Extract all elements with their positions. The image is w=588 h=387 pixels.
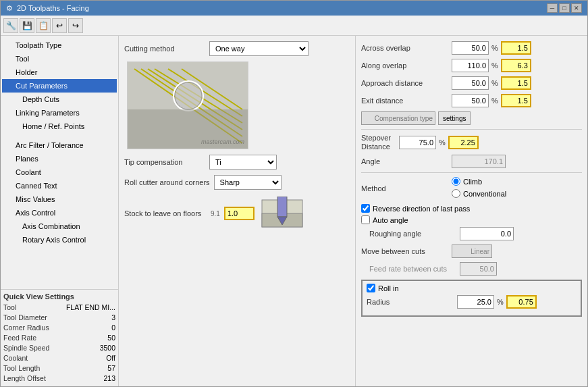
radius-val-input[interactable]	[506, 295, 537, 309]
along-overlap-pct-input[interactable]	[452, 59, 489, 72]
svg-rect-12	[277, 197, 287, 217]
climb-radio-row: Climb	[452, 177, 506, 186]
tree-item-tool[interactable]: Tool	[2, 52, 117, 66]
along-overlap-pct-sign: %	[491, 61, 498, 70]
stock-icon	[259, 197, 306, 230]
angle-input	[452, 155, 506, 168]
tool-button-3[interactable]: 📋	[36, 18, 51, 33]
along-overlap-val-input[interactable]	[501, 59, 531, 72]
tree-item-misc-values[interactable]: Misc Values	[2, 192, 117, 206]
tree-item-cut-parameters[interactable]: Cut Parameters	[2, 79, 117, 93]
window-icon: ⚙	[6, 4, 13, 13]
tool-icon-1: 🔧	[6, 21, 16, 30]
across-overlap-val-input[interactable]	[501, 41, 531, 55]
tool-icon-4: ↩	[56, 21, 63, 30]
reverse-direction-label: Reverse direction of last pass	[373, 205, 470, 213]
settings-button[interactable]: settings	[438, 111, 471, 125]
tip-compensation-select[interactable]: Ti Computer Control	[209, 155, 277, 170]
tree-item-axis-control[interactable]: Axis Control	[2, 206, 117, 220]
stepover-val-input[interactable]	[448, 136, 479, 149]
qv-row-feed-rate: Feed Rate 50	[3, 333, 115, 343]
exit-distance-val-input[interactable]	[501, 94, 531, 107]
stock-to-leave-input[interactable]	[224, 207, 255, 220]
approach-distance-label: Approach distance	[361, 79, 449, 87]
title-bar-controls: ─ □ ✕	[547, 3, 582, 13]
rollin-checkbox[interactable]	[367, 284, 375, 292]
rollin-box: Roll in Radius %	[361, 280, 582, 317]
stepover-pct-input[interactable]	[399, 136, 436, 149]
method-row: Method Climb Conventional	[361, 177, 582, 200]
depth-val1: 9.1	[211, 210, 220, 217]
radius-pct-input[interactable]	[457, 295, 494, 309]
section-divider-2	[361, 172, 582, 173]
roughing-angle-input[interactable]	[460, 227, 514, 240]
rollin-row: Roll in	[367, 284, 577, 292]
across-overlap-pct-input[interactable]	[452, 41, 489, 55]
section-divider-1	[361, 129, 582, 130]
tree-item-toolpath-type[interactable]: Toolpath Type	[2, 38, 117, 52]
stepover-pct-sign: %	[439, 138, 446, 147]
center-panel: Cutting method One way Zigzag Constant O…	[119, 36, 355, 386]
stepover-row: Stepover Distance %	[361, 134, 582, 151]
radius-pct-sign: %	[497, 298, 504, 306]
angle-row: Angle	[361, 155, 582, 168]
exit-distance-row: Exit distance %	[361, 94, 582, 107]
across-overlap-row: Across overlap %	[361, 41, 582, 55]
across-overlap-pct-sign: %	[491, 44, 498, 52]
tree-item-home-ref[interactable]: Home / Ref. Points	[2, 120, 117, 133]
conventional-radio[interactable]	[452, 189, 460, 198]
qv-row-diameter: Tool Diameter 3	[3, 313, 115, 323]
tool-icon-2: 💾	[22, 21, 32, 30]
title-bar-title: ⚙ 2D Toolpaths - Facing	[6, 4, 89, 13]
qv-row-tool: Tool FLAT END MI...	[3, 303, 115, 313]
main-content: Toolpath Type Tool Holder Cut Parameters…	[1, 36, 587, 386]
tool-button-4[interactable]: ↩	[52, 18, 67, 33]
move-between-cuts-label: Move between cuts	[361, 247, 449, 255]
across-overlap-label: Across overlap	[361, 44, 449, 52]
cutting-method-label: Cutting method	[124, 45, 205, 53]
tree-item-linking[interactable]: Linking Parameters	[2, 106, 117, 120]
roll-cutter-row: Roll cutter around corners Sharp All Non…	[124, 175, 350, 190]
maximize-button[interactable]: □	[559, 3, 570, 13]
tool-icon-3: 📋	[38, 21, 49, 30]
qv-row-corner-radius: Corner Radius 0	[3, 323, 115, 333]
exit-distance-pct-input[interactable]	[452, 94, 489, 107]
quick-view-title: Quick View Settings	[3, 292, 115, 301]
approach-distance-row: Approach distance %	[361, 76, 582, 90]
climb-label: Climb	[463, 178, 482, 186]
auto-angle-row: Auto angle	[361, 215, 582, 224]
roll-cutter-select[interactable]: Sharp All None	[214, 175, 282, 190]
qv-row-coolant: Coolant Off	[3, 353, 115, 363]
close-button[interactable]: ✕	[571, 3, 582, 13]
tree-item-holder[interactable]: Holder	[2, 66, 117, 79]
tree-item-planes[interactable]: Planes	[2, 152, 117, 165]
approach-distance-val-input[interactable]	[501, 76, 531, 90]
window-title: 2D Toolpaths - Facing	[17, 4, 89, 12]
tree-item-axis-combination[interactable]: Axis Combination	[2, 220, 117, 233]
tree-item-rotary-axis[interactable]: Rotary Axis Control	[2, 233, 117, 247]
minimize-button[interactable]: ─	[547, 3, 558, 13]
cutting-method-select[interactable]: One way Zigzag Constant Overlap Spiral	[209, 41, 309, 56]
title-bar: ⚙ 2D Toolpaths - Facing ─ □ ✕	[1, 1, 587, 16]
approach-distance-pct-input[interactable]	[452, 76, 489, 90]
tool-button-1[interactable]: 🔧	[3, 18, 18, 33]
tool-button-2[interactable]: 💾	[20, 18, 34, 33]
move-between-cuts-input	[452, 244, 492, 258]
tree-item-canned-text[interactable]: Canned Text	[2, 179, 117, 192]
auto-angle-checkbox[interactable]	[361, 215, 370, 224]
reverse-direction-checkbox[interactable]	[361, 204, 370, 213]
exit-distance-label: Exit distance	[361, 97, 449, 105]
climb-radio[interactable]	[452, 177, 460, 186]
toolpath-preview: mastercam.com	[127, 61, 248, 149]
along-overlap-label: Along overlap	[361, 61, 449, 70]
stock-label: Stock to leave on floors	[124, 209, 205, 217]
tree-item-arc-filter[interactable]: Arc Filter / Tolerance	[2, 138, 117, 152]
tool-button-5[interactable]: ↪	[68, 18, 83, 33]
tree-item-depth-cuts[interactable]: Depth Cuts	[2, 93, 117, 106]
tree-item-coolant[interactable]: Coolant	[2, 165, 117, 179]
stock-section: Stock to leave on floors 9.1	[124, 197, 350, 230]
conventional-radio-row: Conventional	[452, 189, 506, 198]
feed-rate-between-input	[460, 262, 497, 276]
left-panel: Toolpath Type Tool Holder Cut Parameters…	[1, 36, 119, 386]
auto-angle-label: Auto angle	[373, 216, 408, 224]
